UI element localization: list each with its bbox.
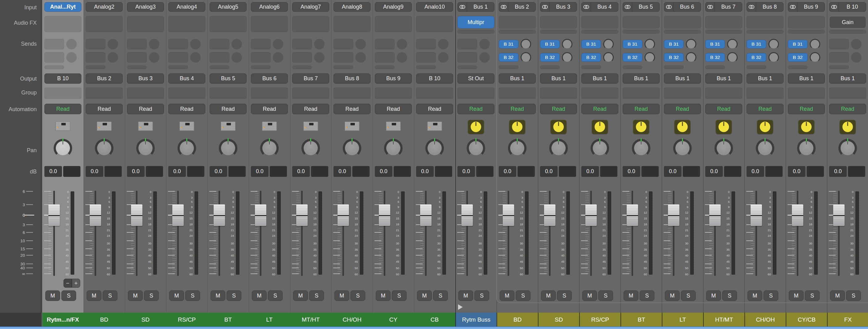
send-level-knob[interactable] bbox=[686, 52, 696, 63]
audio-fx-empty-slot[interactable] bbox=[86, 16, 123, 32]
pan-knob[interactable] bbox=[714, 139, 733, 157]
solo-button[interactable]: S bbox=[309, 291, 324, 301]
mute-button[interactable]: M bbox=[169, 291, 184, 301]
peak-level-display[interactable] bbox=[352, 166, 370, 177]
send-knob-empty[interactable] bbox=[190, 39, 201, 49]
mute-button[interactable]: M bbox=[500, 291, 515, 301]
fader-track[interactable] bbox=[384, 191, 385, 276]
send-empty-slot[interactable] bbox=[251, 52, 271, 63]
clock-icon[interactable] bbox=[798, 120, 814, 134]
fader-cap[interactable] bbox=[627, 204, 638, 226]
pan-knob[interactable] bbox=[343, 139, 361, 157]
solo-button[interactable]: S bbox=[268, 291, 283, 301]
output-button[interactable]: B 10 bbox=[44, 74, 82, 84]
send-knob-empty[interactable] bbox=[355, 52, 366, 63]
send-destination-button[interactable]: B 32 bbox=[499, 53, 519, 62]
send-knob-empty[interactable] bbox=[231, 52, 242, 63]
audio-fx-slot-stub[interactable] bbox=[788, 30, 825, 34]
send-destination-button[interactable]: B 31 bbox=[581, 40, 601, 49]
audio-fx-slot-stub[interactable] bbox=[829, 30, 866, 34]
volume-db-display[interactable]: 0.0 bbox=[334, 166, 351, 177]
peak-level-display[interactable] bbox=[559, 166, 576, 177]
send-knob-empty[interactable] bbox=[397, 39, 407, 49]
peak-level-display[interactable] bbox=[270, 166, 287, 177]
audio-fx-slot-stub[interactable] bbox=[499, 30, 536, 34]
fader-track[interactable] bbox=[631, 191, 633, 276]
output-button[interactable]: Bus 1 bbox=[747, 74, 783, 84]
send-level-knob[interactable] bbox=[603, 39, 614, 49]
group-slot[interactable] bbox=[664, 88, 701, 99]
output-button[interactable]: Bus 6 bbox=[251, 74, 288, 84]
pan-knob[interactable] bbox=[673, 139, 692, 157]
clock-icon[interactable] bbox=[716, 120, 732, 134]
output-button[interactable]: Bus 1 bbox=[705, 74, 742, 84]
send-empty-slot[interactable] bbox=[334, 52, 353, 63]
send-destination-button[interactable]: B 31 bbox=[705, 40, 725, 49]
fader-cap[interactable] bbox=[90, 204, 101, 226]
solo-button[interactable]: S bbox=[474, 291, 489, 301]
send-slot-stub[interactable] bbox=[829, 65, 849, 69]
stereo-format-icon[interactable] bbox=[747, 2, 756, 11]
group-slot[interactable] bbox=[168, 88, 205, 99]
output-button[interactable]: St Out bbox=[458, 74, 494, 84]
fader-track[interactable] bbox=[838, 191, 840, 276]
volume-db-display[interactable]: 0.0 bbox=[664, 166, 682, 177]
fader-cap[interactable] bbox=[214, 204, 225, 226]
send-slot-stub[interactable] bbox=[44, 65, 64, 69]
send-empty-slot[interactable] bbox=[127, 52, 147, 63]
send-slot-stub[interactable] bbox=[375, 65, 395, 69]
group-slot[interactable] bbox=[788, 88, 825, 99]
input-button[interactable]: Bus 1 bbox=[458, 2, 494, 12]
group-slot[interactable] bbox=[747, 88, 783, 99]
automation-mode-button[interactable]: Read bbox=[416, 104, 453, 114]
fader-track[interactable] bbox=[673, 191, 675, 276]
pan-knob[interactable] bbox=[632, 139, 650, 157]
mute-button[interactable]: M bbox=[293, 291, 308, 301]
send-destination-button[interactable]: B 31 bbox=[499, 40, 519, 49]
output-button[interactable]: Bus 1 bbox=[829, 74, 866, 84]
peak-level-display[interactable] bbox=[311, 166, 328, 177]
fader-track[interactable] bbox=[508, 191, 509, 276]
audio-fx-empty-slot[interactable] bbox=[788, 16, 825, 28]
send-empty-slot[interactable] bbox=[334, 39, 353, 49]
pan-knob[interactable] bbox=[508, 139, 526, 157]
automation-mode-button[interactable]: Read bbox=[86, 104, 123, 114]
send-destination-button[interactable]: B 32 bbox=[623, 53, 642, 62]
automation-mode-button[interactable]: Read bbox=[829, 104, 866, 114]
track-name[interactable]: BT bbox=[620, 313, 662, 327]
track-name[interactable]: HT/MT bbox=[703, 313, 744, 327]
drum-machine-icon[interactable] bbox=[56, 121, 70, 131]
solo-button[interactable]: S bbox=[433, 291, 448, 301]
track-name[interactable]: BD bbox=[84, 313, 125, 327]
group-slot[interactable] bbox=[334, 88, 371, 99]
input-button[interactable]: Analog8 bbox=[334, 2, 371, 12]
mute-button[interactable]: M bbox=[830, 291, 845, 301]
drum-machine-icon[interactable] bbox=[303, 121, 318, 131]
track-name[interactable]: FX bbox=[827, 313, 868, 327]
peak-level-display[interactable] bbox=[683, 166, 700, 177]
fader-track[interactable] bbox=[797, 191, 798, 276]
input-button[interactable]: Analog9 bbox=[375, 2, 412, 12]
send-empty-slot[interactable] bbox=[416, 52, 436, 63]
stereo-format-icon[interactable] bbox=[830, 2, 839, 11]
solo-button[interactable]: S bbox=[61, 291, 76, 301]
track-name[interactable]: BT bbox=[208, 313, 249, 327]
solo-button[interactable]: S bbox=[557, 291, 572, 301]
send-destination-button[interactable]: B 31 bbox=[664, 40, 684, 49]
group-slot[interactable] bbox=[292, 88, 329, 99]
drum-machine-icon[interactable] bbox=[97, 121, 112, 131]
volume-db-display[interactable]: 0.0 bbox=[623, 166, 640, 177]
send-slot-stub[interactable] bbox=[168, 65, 188, 69]
group-slot[interactable] bbox=[499, 88, 536, 99]
pan-knob[interactable] bbox=[797, 139, 815, 157]
audio-fx-empty-slot[interactable] bbox=[499, 16, 536, 28]
stereo-format-icon[interactable] bbox=[706, 2, 715, 11]
mute-button[interactable]: M bbox=[747, 291, 762, 301]
input-button[interactable]: Analog7 bbox=[292, 2, 329, 12]
mute-button[interactable]: M bbox=[706, 291, 721, 301]
automation-mode-button[interactable]: Read bbox=[705, 104, 742, 114]
peak-level-display[interactable] bbox=[187, 166, 204, 177]
input-button[interactable]: Bus 9 bbox=[788, 2, 825, 12]
peak-level-display[interactable] bbox=[765, 166, 783, 177]
send-level-knob[interactable] bbox=[810, 39, 820, 49]
